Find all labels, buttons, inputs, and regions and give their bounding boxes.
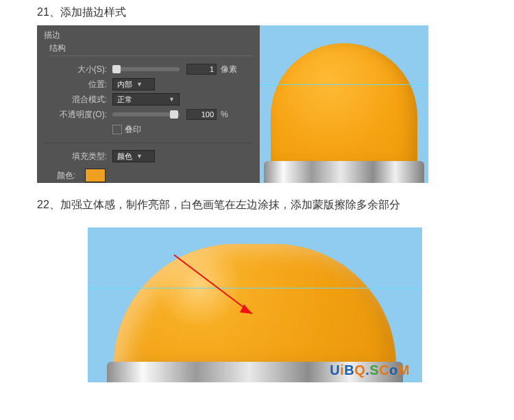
blend-dropdown[interactable]: 正常 ▼ — [112, 93, 180, 106]
arrow-annotation — [170, 251, 280, 333]
step-title: 加强立体感，制作亮部，白色画笔在左边涂抹，添加蒙版擦除多余部分 — [60, 199, 400, 210]
panel-title: 描边 — [44, 29, 253, 41]
chevron-down-icon: ▼ — [136, 81, 143, 88]
size-slider[interactable] — [112, 67, 180, 71]
filltype-value: 颜色 — [117, 151, 132, 162]
watermark: UiBQ.SCoM — [330, 362, 410, 378]
overprint-checkbox[interactable] — [112, 125, 122, 134]
filltype-dropdown[interactable]: 颜色 ▼ — [112, 150, 155, 162]
chevron-down-icon: ▼ — [169, 96, 175, 103]
size-input[interactable]: 1 — [186, 64, 217, 75]
preview-step-21 — [260, 25, 428, 183]
chevron-down-icon: ▼ — [136, 153, 143, 160]
panel-section: 结构 — [49, 42, 253, 56]
dome-shape — [271, 43, 417, 171]
guide-line — [260, 84, 428, 85]
step-title: 添加描边样式 — [60, 6, 126, 18]
step-number: 22、 — [37, 199, 60, 210]
step-22-heading: 22、加强立体感，制作亮部，白色画笔在左边涂抹，添加蒙版擦除多余部分 — [0, 183, 514, 218]
opacity-unit: % — [221, 110, 228, 119]
position-label: 位置: — [44, 79, 107, 90]
svg-line-0 — [174, 255, 252, 314]
color-swatch[interactable] — [85, 169, 106, 182]
metal-ring — [264, 161, 424, 183]
filltype-label: 填充类型: — [44, 151, 107, 162]
step-21-heading: 21、添加描边样式 — [0, 0, 514, 25]
overprint-label: 叠印 — [125, 124, 141, 136]
opacity-label: 不透明度(O): — [44, 109, 107, 121]
opacity-input[interactable]: 100 — [186, 109, 217, 120]
blend-value: 正常 — [117, 95, 132, 105]
position-value: 内部 — [117, 79, 132, 90]
stroke-panel: 描边 结构 大小(S): 1 像素 位置: 内部 ▼ 混合模式: 正常 ▼ — [37, 25, 260, 183]
blend-label: 混合模式: — [44, 94, 107, 106]
position-dropdown[interactable]: 内部 ▼ — [112, 78, 155, 90]
preview-step-22: UiBQ.SCoM — [88, 227, 422, 382]
size-label: 大小(S): — [44, 64, 107, 75]
size-unit: 像素 — [221, 64, 237, 75]
color-label: 颜色: — [44, 170, 75, 182]
step-number: 21、 — [37, 6, 60, 18]
opacity-slider[interactable] — [112, 112, 180, 116]
